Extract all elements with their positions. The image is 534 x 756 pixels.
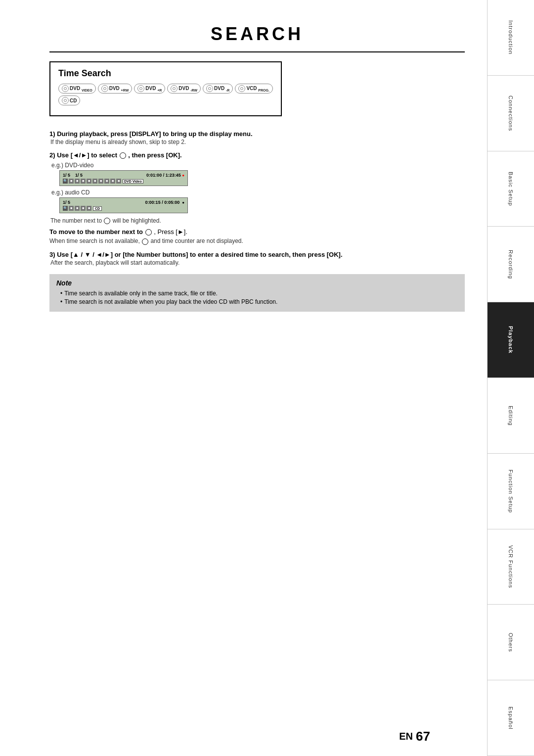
- screen-cd-right: 0:00:15 / 0:05:00 ●: [145, 200, 184, 205]
- screen-icon-7: ■: [104, 179, 109, 184]
- note-text-2: Time search is not available when you pl…: [64, 298, 277, 305]
- badge-label: DVD -R: [214, 86, 229, 92]
- right-sidebar: Introduction Connections Basic Setup Rec…: [487, 0, 534, 756]
- sidebar-tab-playback[interactable]: Playback: [488, 302, 534, 378]
- note-title: Note: [56, 279, 458, 287]
- screen-dvd-right: 0:01:00 / 1:23:45 ●: [146, 173, 184, 178]
- badge-label: CD: [70, 98, 77, 103]
- move-note: To move to the number next to , Press [►…: [49, 228, 465, 236]
- step3: 3) Use [▲ / ▼ / ◄/►] or [the Number butt…: [49, 251, 465, 266]
- highlight-note: The number next to will be highlighted.: [50, 217, 465, 224]
- note-item-1: • Time search is available only in the s…: [60, 290, 458, 297]
- move-note-end: , Press [►].: [154, 228, 187, 236]
- note-item-2: • Time search is not available when you …: [60, 298, 458, 305]
- disc-badges-row2: CD: [58, 95, 273, 105]
- badge-dvd-rw-plus: DVD +RW: [98, 84, 133, 94]
- clock-when-icon: [142, 238, 148, 245]
- screen-icon-5: ■: [92, 179, 97, 184]
- step2-heading: 2) Use [◄/►] to select , then press [OK]…: [49, 151, 465, 159]
- step1-heading: 1) During playback, press [DISPLAY] to b…: [49, 130, 465, 138]
- screen-dvd-row1: 1/ 5 1/ 5 0:01:00 / 1:23:45 ●: [63, 173, 184, 178]
- sidebar-tab-connections[interactable]: Connections: [488, 76, 534, 151]
- screen-icon-cd-4: ■: [87, 206, 91, 211]
- sidebar-tab-basic-setup[interactable]: Basic Setup: [488, 151, 534, 227]
- badge-dvd-rw-minus: DVD -RW: [167, 84, 201, 94]
- badge-dvd-video: DVD VIDEO: [58, 84, 96, 94]
- screen-icon-3: ■: [81, 179, 86, 184]
- disc-badges-row1: DVD VIDEO DVD +RW DVD +R DVD -RW DVD -R …: [58, 84, 273, 94]
- page-number-bar: EN 67: [399, 729, 430, 744]
- disc-icon: [238, 85, 245, 92]
- screen-cd-left: 1/ 5: [63, 200, 70, 205]
- badge-vcd: VCD PROG.: [235, 84, 272, 94]
- cd-screen-badge: CD: [93, 206, 102, 211]
- sidebar-tab-function-setup[interactable]: Function Setup: [488, 454, 534, 529]
- screen-icon-cd-2: ■: [75, 206, 80, 211]
- note-box: Note • Time search is available only in …: [49, 274, 465, 312]
- badge-cd: CD: [58, 95, 80, 105]
- screen-cd-icon-bar: 🔍 ■ ■ ■ ■: [63, 206, 91, 211]
- eg-dvd-label: e.g.) DVD-video: [51, 162, 465, 169]
- badge-dvd-r-minus: DVD -R: [203, 84, 233, 94]
- badge-label: DVD VIDEO: [70, 86, 92, 92]
- page-title: SEARCH: [49, 15, 465, 52]
- step3-sub: After the search, playback will start au…: [50, 259, 465, 266]
- screen-cd-row2: 🔍 ■ ■ ■ ■ CD: [63, 206, 184, 211]
- screen-icon-magnify-cd: 🔍: [63, 206, 68, 211]
- dvd-video-screen-badge: DVD Video: [123, 179, 143, 184]
- screen-dvd-row2: 🔍 ■ ■ ■ ■ ■ ■ ■ ■ ■ DVD Video: [63, 179, 184, 184]
- screen-cd-row1: 1/ 5 0:00:15 / 0:05:00 ●: [63, 200, 184, 205]
- badge-label: DVD +RW: [109, 86, 129, 92]
- move-note-bold: To move to the number next to: [49, 228, 143, 236]
- screen-icon-cd-3: ■: [81, 206, 86, 211]
- badge-label: VCD PROG.: [246, 86, 269, 92]
- screen-icon-bar: 🔍 ■ ■ ■ ■ ■ ■ ■ ■ ■: [63, 179, 121, 184]
- badge-dvd-r-plus: DVD +R: [134, 84, 165, 94]
- dvd-screen: 1/ 5 1/ 5 0:01:00 / 1:23:45 ● 🔍 ■ ■ ■ ■ …: [59, 170, 188, 186]
- step2-text2: , then press [OK].: [128, 151, 181, 159]
- clock-inline-move: [145, 229, 152, 236]
- screen-icon-6: ■: [98, 179, 103, 184]
- sidebar-tab-editing[interactable]: Editing: [488, 378, 534, 454]
- badge-label: DVD +R: [145, 86, 162, 92]
- screen-icon-magnify: 🔍: [63, 179, 68, 184]
- step1-sub: If the display menu is already shown, sk…: [50, 139, 465, 145]
- clock-inline-icon: [104, 218, 110, 224]
- when-note: When time search is not available, and t…: [49, 237, 465, 244]
- step1: 1) During playback, press [DISPLAY] to b…: [49, 130, 465, 145]
- disc-icon: [62, 85, 69, 92]
- cd-screen: 1/ 5 0:00:15 / 0:05:00 ● 🔍 ■ ■ ■ ■ CD: [59, 197, 188, 213]
- note-bullet-2: •: [60, 298, 62, 305]
- disc-icon: [206, 85, 213, 92]
- screen-icon-9: ■: [116, 179, 121, 184]
- sidebar-tab-vcr-functions[interactable]: VCR Functions: [488, 529, 534, 605]
- sidebar-tab-recording[interactable]: Recording: [488, 227, 534, 302]
- section-title: Time Search: [58, 68, 273, 79]
- screen-icon-1: ■: [69, 179, 74, 184]
- clock-icon: [120, 152, 126, 159]
- note-text-1: Time search is available only in the sam…: [64, 290, 218, 297]
- screen-dvd-left: 1/ 5 1/ 5: [63, 173, 83, 178]
- step2-text1: 2) Use [◄/►] to select: [49, 151, 117, 159]
- screen-icon-4: ■: [87, 179, 91, 184]
- disc-icon: [137, 85, 144, 92]
- screen-icon-cd-1: ■: [69, 206, 74, 211]
- sidebar-tab-others[interactable]: Others: [488, 605, 534, 680]
- badge-label: DVD -RW: [178, 86, 197, 92]
- step3-heading: 3) Use [▲ / ▼ / ◄/►] or [the Number butt…: [49, 251, 465, 258]
- screen-icon-2: ■: [75, 179, 80, 184]
- note-bullet-1: •: [60, 290, 62, 297]
- section-box: Time Search DVD VIDEO DVD +RW DVD +R DVD…: [49, 61, 282, 116]
- eg-cd-label: e.g.) audio CD: [51, 189, 465, 196]
- sidebar-tab-introduction[interactable]: Introduction: [488, 0, 534, 76]
- step2: 2) Use [◄/►] to select , then press [OK]…: [49, 151, 465, 213]
- sidebar-tab-espanol[interactable]: Español: [488, 680, 534, 756]
- disc-icon: [171, 85, 178, 92]
- screen-icon-8: ■: [110, 179, 115, 184]
- en-label: EN: [399, 731, 413, 742]
- disc-icon: [101, 85, 108, 92]
- disc-icon: [62, 97, 69, 104]
- page-number: 67: [416, 729, 430, 744]
